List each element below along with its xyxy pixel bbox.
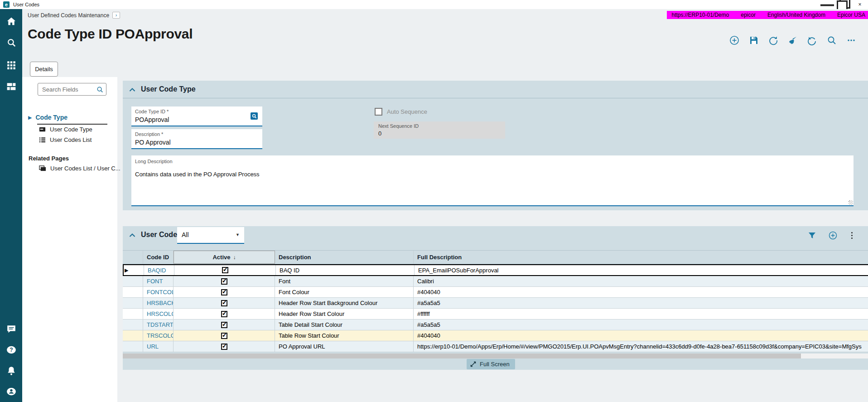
new-button[interactable] [729, 35, 739, 45]
breadcrumb: User Defined Codes Maintenance › [28, 12, 120, 19]
code-id-link[interactable]: HRSCOLC [147, 310, 174, 317]
grid-menu-button[interactable] [849, 232, 854, 239]
table-row[interactable]: FONT Font Calibri [123, 276, 868, 287]
field-label: Description * [135, 131, 163, 137]
user-codes-list-panel: User Codes List All ▼ Code ID [123, 226, 868, 370]
tree-item-user-codes-list[interactable]: User Codes List [39, 136, 92, 143]
horizontal-scrollbar-thumb[interactable] [123, 354, 801, 358]
tree-item-user-code-type[interactable]: User Code Type [39, 126, 92, 133]
full-screen-button[interactable]: Full Screen [467, 359, 515, 369]
code-id-link[interactable]: TDSTART [147, 321, 174, 328]
long-description-field[interactable]: Long Description Contains data used in t… [131, 155, 854, 206]
card-icon [39, 126, 46, 133]
tree-item-label: User Code Type [50, 126, 92, 133]
column-header-code-id[interactable]: Code ID [143, 251, 174, 264]
active-checkbox[interactable] [221, 311, 227, 317]
clear-button[interactable] [788, 35, 798, 45]
nav-rail: ? [0, 9, 22, 402]
tree-underline [37, 124, 107, 125]
page-toolbar [729, 35, 856, 45]
search-button[interactable] [827, 35, 837, 45]
table-row[interactable]: URL PO Approval URL https://erp10-01/Dem… [123, 341, 868, 352]
restore-button[interactable] [835, 0, 852, 9]
table-row[interactable]: ▶ BAQID BAQ ID EPA_EmailPOSubForApproval [123, 264, 868, 276]
search-icon [96, 86, 103, 93]
code-id-link[interactable]: URL [147, 343, 159, 350]
window-title: User Codes [13, 2, 39, 7]
active-checkbox[interactable] [221, 333, 227, 339]
description-cell: PO Approval URL [275, 341, 414, 352]
active-checkbox[interactable] [221, 289, 227, 295]
column-header-active[interactable]: Active ↓ [174, 251, 275, 264]
filter-icon[interactable] [808, 231, 816, 240]
home-icon[interactable] [6, 16, 16, 26]
apps-grid-icon[interactable] [6, 60, 16, 70]
lookup-search-icon[interactable] [251, 112, 258, 120]
help-icon[interactable]: ? [6, 345, 16, 355]
undo-button[interactable] [807, 35, 817, 45]
active-checkbox[interactable] [221, 278, 227, 285]
tree-root-code-type[interactable]: ▶ Code Type [28, 114, 68, 121]
chevron-down-icon: ▼ [236, 232, 240, 237]
collapse-chevron-icon[interactable] [129, 86, 135, 94]
related-item-user-codes-list[interactable]: User Codes List / User C... [39, 165, 121, 172]
tab-details[interactable]: Details [30, 62, 58, 77]
related-item-label: User Codes List / User C... [50, 165, 121, 172]
minimize-button[interactable] [819, 0, 835, 9]
description-cell: Header Row Start Colour [275, 309, 414, 319]
tree-root-label[interactable]: Code Type [35, 114, 68, 121]
resize-handle[interactable] [849, 200, 853, 205]
full-description-cell: EPA_EmailPOSubForApproval [415, 265, 868, 275]
tree-expand-icon[interactable]: ▶ [28, 115, 32, 121]
breadcrumb-chevron-icon[interactable]: › [112, 12, 120, 19]
search-fields-box [38, 83, 106, 96]
section-title: User Code Type [141, 85, 196, 93]
collapse-chevron-icon[interactable] [129, 231, 135, 239]
table-row[interactable]: FONTCOL Font Colour #404040 [123, 287, 868, 298]
search-icon[interactable] [6, 38, 16, 48]
current-row-indicator-icon: ▶ [125, 268, 128, 273]
code-id-link[interactable]: FONTCOL [147, 289, 174, 295]
description-field[interactable]: Description * PO Approval [131, 129, 262, 149]
field-label: Long Description [135, 159, 173, 164]
related-pages-heading: Related Pages [29, 155, 69, 162]
refresh-button[interactable] [768, 35, 778, 45]
code-id-link[interactable]: FONT [147, 278, 163, 285]
active-checkbox[interactable] [222, 267, 228, 273]
column-header-label: Active [212, 254, 230, 261]
overflow-menu-button[interactable] [846, 35, 856, 45]
auto-sequence-checkbox[interactable] [375, 108, 382, 116]
table-row[interactable]: TRSCOLO Table Row Start Colour #404040 [123, 330, 868, 341]
account-icon[interactable] [6, 387, 16, 397]
column-header-full-description[interactable]: Full Description [414, 251, 868, 264]
table-row[interactable]: HRSBACK Header Row Start Background Colo… [123, 298, 868, 309]
table-row[interactable]: HRSCOLC Header Row Start Colour #ffffff [123, 309, 868, 320]
field-label: Code Type ID * [135, 109, 169, 114]
add-row-button[interactable] [829, 231, 837, 240]
breadcrumb-label[interactable]: User Defined Codes Maintenance [28, 12, 109, 19]
feedback-icon[interactable] [6, 324, 16, 334]
close-button[interactable]: × [852, 0, 868, 9]
code-type-id-field[interactable]: Code Type ID * POApproval [131, 107, 262, 126]
full-description-cell: #404040 [414, 330, 868, 341]
full-description-cell: #a5a5a5 [414, 298, 868, 308]
auto-sequence-label: Auto Sequence [387, 108, 427, 115]
code-id-link[interactable]: BAQID [148, 267, 166, 274]
column-header-description[interactable]: Description [275, 251, 414, 264]
user-code-type-panel: User Code Type Code Type ID * POApproval… [123, 81, 868, 210]
save-button[interactable] [749, 35, 759, 45]
epicor-logo-icon: e [3, 1, 10, 8]
window-titlebar: e User Codes × [0, 0, 868, 9]
active-checkbox[interactable] [221, 300, 227, 306]
search-fields-input[interactable] [42, 86, 96, 93]
codes-filter-dropdown[interactable]: All ▼ [177, 227, 244, 244]
active-checkbox[interactable] [221, 344, 227, 350]
notifications-icon[interactable] [6, 366, 16, 376]
dashboard-icon[interactable] [6, 82, 16, 92]
code-id-link[interactable]: HRSBACK [147, 300, 174, 306]
table-row[interactable]: TDSTART Table Detail Start Colour #a5a5a… [123, 320, 868, 330]
page-title: Code Type ID POApproval [28, 26, 193, 42]
code-id-link[interactable]: TRSCOLO [147, 332, 174, 339]
header-indicator-cell [123, 251, 143, 264]
active-checkbox[interactable] [221, 322, 227, 328]
